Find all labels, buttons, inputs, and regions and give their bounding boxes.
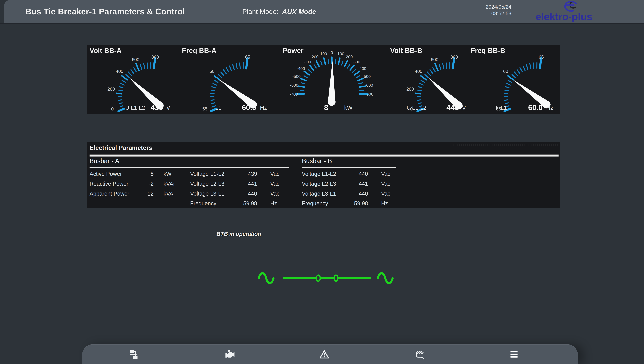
busbar-a-voltage-column: Voltage L1-L2439VacVoltage L2-L3441VacVo… [190,169,280,208]
header-bar: Bus Tie Breaker-1 Parameters & Control P… [4,0,644,24]
param-label: Voltage L3-L1 [190,190,239,196]
generator-wave-left-icon [259,273,274,283]
gauge-needle [328,61,336,106]
param-value: 12 [140,190,154,196]
table-row: Frequency59.98Hz [302,198,394,208]
busbar-b-title: Busbar - B [302,157,332,165]
svg-text:65: 65 [245,54,250,60]
status-message: BTB in operation [216,231,261,237]
parameters-title: Electrical Parameters [90,144,152,151]
param-unit: Hz [257,200,280,206]
readout-label: U L1-L2 [406,105,426,111]
param-unit: Vac [368,180,394,187]
svg-text:200: 200 [108,87,115,92]
svg-text:-400: -400 [297,66,305,71]
svg-text:-100: -100 [319,52,327,56]
table-row: Apparent Power12kVA [90,188,184,198]
alarm-warning-icon [318,349,330,360]
gauge-readout: F L160.0Hz [467,104,560,112]
param-value: 440 [351,171,368,177]
gauge-title: Freq BB-B [471,47,505,55]
svg-text:700: 700 [366,92,373,96]
acknowledge-button[interactable] [411,346,427,362]
breaker-contact-2 [334,275,338,281]
svg-text:100: 100 [338,52,344,56]
engine-button[interactable] [221,346,238,362]
svg-text:600: 600 [132,57,139,62]
header-divider [0,24,644,24]
gauge-title: Freq BB-A [182,47,216,55]
param-value: 59.98 [239,200,257,206]
date-display: 2024/05/24 [486,4,511,10]
readout-label: U L1-L2 [125,105,145,111]
page-title: Bus Tie Breaker-1 Parameters & Control [26,0,185,24]
param-unit: Hz [368,200,394,206]
readout-unit: Hz [546,104,553,111]
table-row: Reactive Power-2kVAr [90,179,184,188]
electrical-parameters-panel: Electrical Parameters Busbar - A Busbar … [87,142,560,208]
svg-text:-300: -300 [303,60,311,64]
bottom-toolbar [82,344,578,364]
svg-text:200: 200 [346,54,353,59]
readout-value: 60.0 [242,104,256,112]
gauge-volt-bb-a: Volt BB-A0200400600800U L1-L2439V [87,45,178,114]
gauge-title: Power [282,47,304,55]
param-unit: Vac [368,190,394,196]
busbar-b-underline [302,167,396,168]
datetime: 2024/05/24 08:52:53 [486,4,511,17]
busbar-a-power-column: Active Power8kWReactive Power-2kVArAppar… [90,169,184,198]
svg-text:300: 300 [353,60,360,64]
logo-mark-icon [550,0,586,12]
single-line-diagram-button[interactable] [126,346,142,362]
readout-unit: kW [344,104,352,111]
svg-text:60: 60 [210,69,214,74]
param-value: 8 [140,171,154,177]
param-unit: kVA [154,190,184,196]
svg-text:500: 500 [364,74,370,79]
gauge-panel: Volt BB-A0200400600800U L1-L2439VFreq BB… [87,45,560,114]
table-row: Voltage L2-L3441Vac [190,179,280,188]
svg-text:200: 200 [406,87,414,92]
logo-text: elektro-plus [536,11,592,23]
svg-text:400: 400 [116,69,124,74]
param-value: 440 [239,190,257,196]
table-row: Voltage L3-L1440Vac [190,188,280,198]
svg-text:800: 800 [450,54,458,60]
param-value: -2 [140,180,154,187]
gauge-freq-bb-a: Freq BB-A556065F L160.0Hz [178,45,270,114]
readout-unit: V [166,104,170,111]
param-value: 439 [239,171,257,177]
param-label: Voltage L3-L1 [302,190,351,196]
engine-icon [224,349,235,360]
gauge-readout: U L1-L2439V [87,104,178,112]
readout-value: 60.0 [528,104,542,112]
svg-text:400: 400 [415,69,422,74]
readout-value: 440 [446,104,459,112]
param-value: 59.98 [351,200,368,206]
table-row: Voltage L1-L2439Vac [190,169,280,179]
generator-wave-right-icon [378,273,392,283]
param-label: Voltage L1-L2 [190,171,239,177]
param-value: 440 [351,190,368,196]
param-label: Active Power [90,171,140,177]
param-label: Frequency [302,200,351,206]
svg-text:60: 60 [503,69,508,74]
param-label: Reactive Power [90,180,140,187]
svg-text:600: 600 [431,57,438,62]
menu-button[interactable] [506,346,522,362]
logo: elektro-plus [532,0,644,24]
busbar-a-title: Busbar - A [90,157,119,165]
param-value: 441 [351,180,368,187]
param-label: Voltage L2-L3 [190,180,239,187]
separator-line [90,154,559,156]
svg-text:-600: -600 [290,83,298,88]
svg-text:400: 400 [360,66,366,71]
alarm-warning-button[interactable] [316,346,332,362]
table-row: Voltage L1-L2440Vac [302,169,394,179]
svg-text:800: 800 [152,54,159,60]
gauge-readout: 8kW [270,104,383,112]
readout-label: F L1 [210,105,222,111]
menu-icon [508,349,519,360]
gauge-volt-bb-b: Volt BB-B0200400600800U L1-L2440V [383,45,467,114]
svg-text:-500: -500 [292,74,300,79]
